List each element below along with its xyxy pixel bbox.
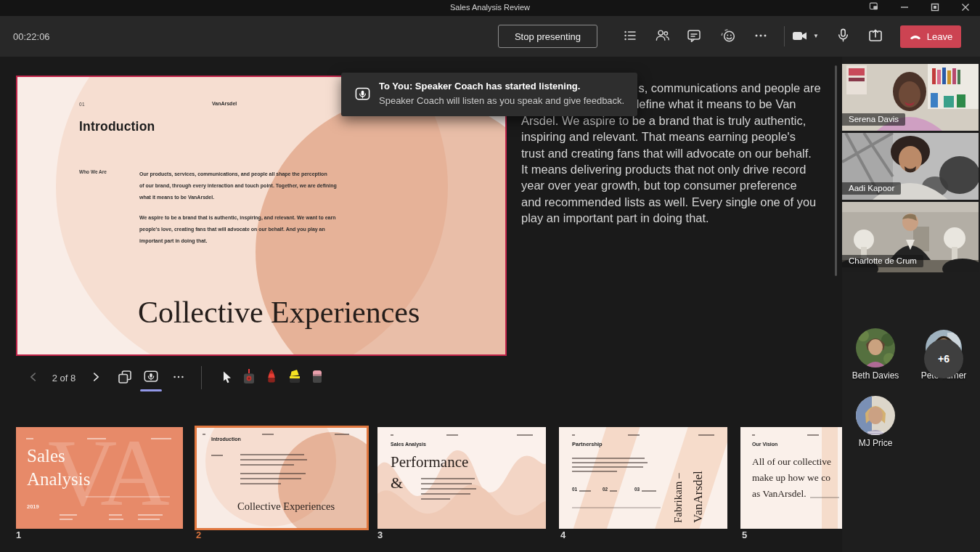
mic-icon: [836, 28, 851, 45]
more-icon: [172, 370, 185, 386]
avatar-photo: [856, 328, 895, 368]
slide-body-line: Our products, services, communications, …: [139, 169, 327, 180]
slide-grid-icon: [117, 369, 133, 387]
speaker-coach-toggle[interactable]: [141, 368, 161, 388]
speaker-coach-icon: [354, 86, 371, 106]
chevron-right-icon: [90, 371, 102, 385]
active-tool-underline: [140, 389, 162, 391]
thumbnail-slide-1[interactable]: VA Sales Analysis 2019: [16, 427, 183, 529]
overflow-participants-chip[interactable]: +6: [924, 339, 963, 378]
meeting-timer: 00:22:06: [13, 31, 50, 42]
notes-line: year over year growth, but top consumer …: [521, 177, 833, 193]
agenda-button[interactable]: [618, 25, 642, 47]
participant-name-label: Serena Davis: [842, 113, 905, 126]
thumb-side-text: VanArsdel: [691, 433, 711, 523]
slide-body-line: of our brand, through every interaction …: [139, 180, 337, 192]
minimize-button[interactable]: [891, 0, 918, 16]
video-tile-charlotte[interactable]: Charlotte de Crum: [842, 202, 979, 272]
thumb-side-text: Fabrikam –: [672, 433, 691, 523]
toast-title: To You: Speaker Coach has started listen…: [379, 81, 580, 92]
stop-presenting-button[interactable]: Stop presenting: [498, 25, 597, 48]
chat-button[interactable]: [682, 25, 706, 47]
thumbnail-number: 3: [377, 529, 383, 540]
laser-pointer-icon: [242, 368, 256, 387]
slide-body-line: We aspire to be a brand that is authenti…: [139, 212, 335, 224]
toolbar-divider: [784, 26, 785, 46]
notes-line: It means delivering products that not on…: [521, 161, 833, 177]
thumbnail-slide-3[interactable]: Sales Analysis Performance &: [377, 427, 546, 529]
red-pen-icon: [264, 368, 279, 387]
thumb-heading: Introduction: [211, 437, 241, 442]
thumb-heading: Partnership: [572, 441, 603, 447]
participant-name-label: Charlotte de Crum: [842, 255, 923, 267]
meeting-toolbar: 00:22:06 Stop presenting: [0, 16, 980, 57]
notes-line: trust and creating fans that will advoca…: [521, 145, 833, 161]
more-presenter-options-button[interactable]: [168, 368, 189, 388]
slide-position-label: 2 of 8: [46, 373, 81, 383]
thumb-heading: Our Vision: [752, 442, 777, 447]
thumbnail-number: 1: [16, 529, 21, 540]
speaker-coach-icon: [143, 369, 159, 387]
notes-line: and recommended lists as well. Every sin…: [521, 194, 833, 210]
presented-slide[interactable]: 01 VanArsdel Introduction Who We Are Our…: [16, 76, 507, 356]
mic-button[interactable]: [831, 25, 854, 47]
notes-line: inspiring and relevant. That means earni…: [521, 129, 833, 145]
thumbnail-slide-2-selected[interactable]: Introduction Collective Experiences: [195, 426, 369, 530]
slide-body-line: what it means to be VanArsdel.: [139, 192, 214, 203]
share-button[interactable]: [864, 25, 887, 47]
close-button[interactable]: [952, 0, 979, 16]
notes-scrollbar[interactable]: [835, 65, 837, 276]
leave-button[interactable]: Leave: [900, 25, 961, 48]
video-tile-serena[interactable]: Serena Davis: [842, 64, 979, 131]
highlighter-tool[interactable]: [285, 368, 305, 388]
more-icon: [754, 28, 768, 45]
slide-grid-button[interactable]: [115, 368, 135, 388]
thumbnail-slide-5[interactable]: Our Vision All of our collective make up…: [740, 427, 842, 529]
avatar-mj[interactable]: [856, 396, 895, 435]
participant-name-label: MJ Price: [836, 438, 915, 448]
reactions-button[interactable]: [716, 25, 740, 47]
thumb-title-line: Sales: [27, 446, 65, 466]
pointer-tool[interactable]: [216, 368, 237, 388]
maximize-icon: [931, 1, 939, 15]
slide-body-line: important part in doing that.: [139, 235, 207, 247]
thumb-year: 2019: [27, 503, 39, 510]
thumbnail-slide-4[interactable]: Partnership 01 02 03 Fabrikam – VanArsde…: [559, 427, 727, 529]
chat-icon: [687, 28, 701, 45]
slide-main-title: Collective Experiences: [138, 295, 420, 330]
thumb-item: 03: [634, 487, 640, 492]
camera-icon: [791, 27, 809, 46]
camera-dropdown-caret[interactable]: ▼: [813, 33, 819, 39]
eraser-tool[interactable]: [307, 368, 327, 388]
participants-rail: Serena Davis Aadi Kapoor: [842, 57, 980, 552]
thumbnail-number: 2: [196, 529, 201, 540]
speaker-coach-toast[interactable]: To You: Speaker Coach has started listen…: [341, 73, 637, 116]
avatar-beth[interactable]: [856, 328, 895, 368]
pen-tool[interactable]: [261, 368, 282, 388]
teams-meeting-window: Sales Analysis Review 00:22:06 Stop pres…: [0, 0, 980, 552]
next-slide-button[interactable]: [86, 368, 106, 388]
close-icon: [961, 1, 970, 15]
cursor-icon: [219, 370, 234, 386]
notes-line: play an important part in doing that.: [521, 210, 833, 226]
people-button[interactable]: [650, 25, 674, 47]
reactions-icon: [720, 28, 736, 46]
thumb-item: 02: [603, 487, 608, 492]
laser-pointer-tool[interactable]: [239, 368, 259, 388]
popout-button[interactable]: [861, 0, 887, 16]
thumbnail-number: 4: [560, 529, 565, 540]
avatar-photo: [856, 396, 895, 435]
thumb-title: Performance: [391, 453, 468, 471]
popout-icon: [869, 1, 879, 15]
maximize-button[interactable]: [922, 0, 948, 16]
thumb-kicker: Sales Analysis: [391, 442, 426, 447]
slide-section-heading: Introduction: [79, 119, 155, 134]
video-tile-aadi[interactable]: Aadi Kapoor: [842, 133, 979, 200]
more-options-button[interactable]: [749, 25, 772, 47]
chevron-left-icon: [28, 371, 39, 385]
thumb-title: Collective Experiences: [237, 500, 335, 513]
camera-button[interactable]: [788, 25, 812, 47]
slide-page-number: 01: [79, 102, 85, 107]
previous-slide-button[interactable]: [23, 368, 44, 388]
thumb-ampersand: &: [391, 474, 403, 492]
